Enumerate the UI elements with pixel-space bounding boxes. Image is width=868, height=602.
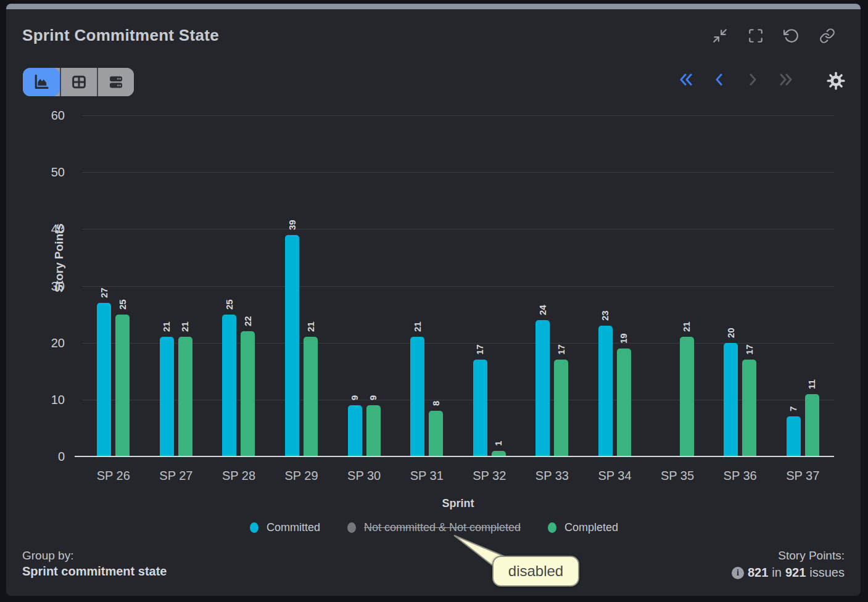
bar-value-label: 21 [162, 322, 172, 332]
bar-completed-sp-30[interactable] [366, 405, 381, 456]
bar-value-label: 7 [788, 406, 798, 411]
x-tick-sp-37: SP 37 [769, 469, 837, 483]
pagination [678, 73, 794, 89]
gridline-10 [82, 400, 834, 400]
bar-committed-sp-26[interactable] [97, 303, 111, 456]
bar-completed-sp-31[interactable] [429, 411, 443, 456]
bar-committed-sp-31[interactable] [410, 337, 424, 456]
bar-committed-sp-36[interactable] [724, 343, 738, 456]
story-points-label: Story Points: [732, 549, 845, 563]
link-button[interactable] [819, 28, 836, 46]
bar-value-label: 39 [287, 220, 297, 230]
bar-value-label: 1 [494, 440, 503, 445]
gear-icon [827, 81, 845, 92]
x-tick-sp-28: SP 28 [205, 469, 273, 483]
chevrons-left-icon [679, 73, 693, 88]
info-icon[interactable]: i [732, 567, 744, 579]
gridline-50 [82, 172, 834, 173]
y-tick-40: 40 [23, 222, 65, 236]
x-tick-sp-30: SP 30 [330, 469, 398, 483]
legend-label: Committed [267, 521, 320, 534]
y-tick-10: 10 [23, 393, 65, 406]
chevron-right-icon [747, 73, 758, 88]
widget-drag-strip[interactable] [6, 4, 861, 9]
x-tick-sp-35: SP 35 [643, 469, 711, 483]
legend-dot-completed [548, 522, 556, 533]
settings-button[interactable] [827, 72, 845, 90]
bar-value-label: 20 [726, 328, 736, 338]
bar-committed-sp-29[interactable] [285, 235, 299, 456]
chevrons-right-icon [779, 73, 793, 88]
page-title: Sprint Commitment State [22, 26, 219, 45]
bar-value-label: 21 [180, 322, 190, 332]
view-button-chart[interactable] [23, 68, 60, 96]
bar-value-label: 22 [243, 316, 253, 327]
group-by-label: Group by: [22, 549, 167, 563]
bar-value-label: 25 [118, 299, 128, 310]
bar-value-label: 17 [556, 345, 566, 355]
bar-committed-sp-27[interactable] [160, 337, 174, 456]
gridline-40 [82, 229, 834, 229]
y-tick-0: 0 [23, 450, 65, 463]
chevron-left-icon [714, 73, 725, 88]
bar-completed-sp-34[interactable] [617, 348, 631, 456]
y-tick-30: 30 [23, 279, 65, 293]
issues-summary: i 821 in 921 issues [732, 566, 845, 580]
bar-committed-sp-30[interactable] [348, 405, 362, 456]
bar-completed-sp-27[interactable] [178, 337, 192, 456]
bar-value-label: 11 [807, 379, 817, 389]
reset-icon [783, 28, 800, 46]
bar-value-label: 25 [225, 299, 234, 310]
issues-total: 921 [785, 566, 806, 580]
header-actions [711, 28, 836, 46]
x-tick-sp-29: SP 29 [268, 469, 336, 483]
table-icon [70, 73, 88, 91]
gridline-60 [82, 115, 834, 116]
bar-completed-sp-37[interactable] [805, 394, 819, 456]
gridline-20 [82, 343, 834, 344]
view-button-rows[interactable] [97, 68, 134, 96]
x-axis-title: Sprint [82, 497, 834, 510]
bar-completed-sp-29[interactable] [304, 337, 318, 456]
collapse-button[interactable] [711, 28, 729, 46]
page-last-button[interactable] [778, 73, 794, 89]
view-toggle-group [23, 68, 134, 96]
page-next-button[interactable] [745, 73, 761, 89]
bar-committed-sp-34[interactable] [598, 326, 613, 456]
bar-committed-sp-33[interactable] [535, 320, 550, 456]
bar-value-label: 9 [350, 395, 360, 400]
legend-item-completed[interactable]: Completed [548, 521, 618, 534]
bar-value-label: 27 [99, 287, 109, 298]
y-tick-50: 50 [23, 165, 65, 179]
x-axis-line [75, 456, 834, 457]
bar-committed-sp-32[interactable] [473, 360, 487, 456]
bar-committed-sp-28[interactable] [222, 315, 236, 456]
x-tick-sp-34: SP 34 [581, 469, 648, 483]
rows-icon [107, 73, 125, 91]
link-icon [819, 28, 835, 46]
page-prev-button[interactable] [711, 73, 727, 89]
legend-label: Completed [564, 521, 618, 534]
x-tick-sp-36: SP 36 [706, 469, 774, 483]
bar-completed-sp-35[interactable] [680, 337, 694, 456]
view-button-table[interactable] [60, 68, 97, 96]
legend-item-committed[interactable]: Committed [250, 521, 320, 534]
fullscreen-button[interactable] [747, 28, 764, 46]
reset-button[interactable] [783, 28, 800, 46]
y-tick-20: 20 [23, 336, 65, 350]
page-first-button[interactable] [678, 73, 694, 89]
bar-value-label: 17 [475, 345, 485, 355]
issues-count: 821 [748, 566, 768, 580]
bar-completed-sp-26[interactable] [115, 315, 130, 456]
chart-legend: CommittedNot committed & Not completedCo… [0, 521, 868, 534]
legend-dot-not-committed-not-completed [347, 522, 356, 533]
bar-value-label: 23 [600, 310, 610, 321]
bar-completed-sp-36[interactable] [742, 360, 756, 456]
bar-value-label: 9 [368, 395, 378, 400]
disabled-tooltip: disabled [492, 556, 579, 587]
x-tick-sp-33: SP 33 [518, 469, 586, 483]
bar-completed-sp-33[interactable] [554, 360, 568, 456]
bar-committed-sp-37[interactable] [787, 416, 801, 456]
bar-completed-sp-28[interactable] [241, 331, 255, 456]
bar-value-label: 21 [682, 322, 692, 332]
